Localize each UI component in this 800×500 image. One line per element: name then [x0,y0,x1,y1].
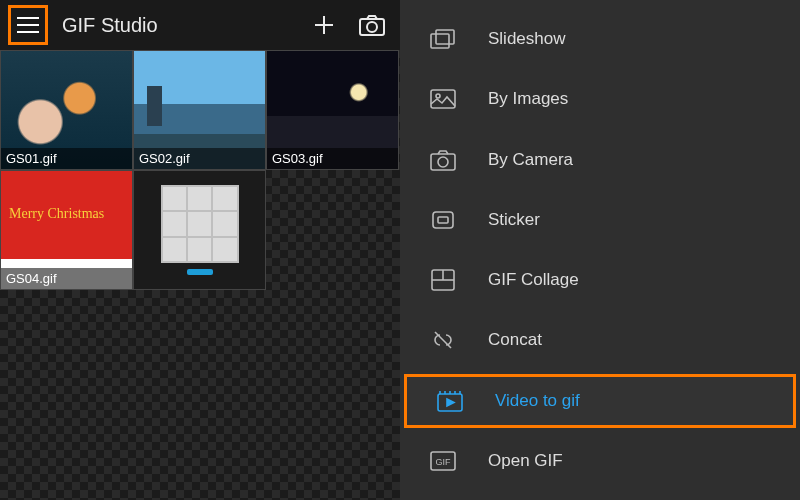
camera-button[interactable] [352,5,392,45]
menu-item-sticker[interactable]: Sticker [400,193,800,247]
menu-item-video-to-gif[interactable]: Video to gif [404,374,796,428]
thumbnail-grid: GS01.gif GS02.gif GS03.gif Merry Christm… [0,50,400,500]
thumbnail[interactable]: GS01.gif [0,50,133,170]
thumbnail[interactable]: Merry Christmas GS04.gif [0,170,133,290]
sticker-icon [430,207,456,233]
hamburger-icon [17,16,39,34]
menu-item-label: Slideshow [488,29,566,49]
menu-item-concat[interactable]: Concat [400,313,800,367]
add-button[interactable] [304,5,344,45]
menu-item-open-gif[interactable]: GIF Open GIF [400,434,800,488]
svg-rect-8 [436,30,454,44]
hamburger-menu-button[interactable] [8,5,48,45]
svg-marker-20 [447,399,454,406]
app-title: GIF Studio [56,14,296,37]
svg-point-12 [438,157,448,167]
slideshow-icon [430,26,456,52]
thumbnail-filename: GS04.gif [1,268,132,289]
video-icon [437,388,463,414]
menu-item-by-camera[interactable]: By Camera [400,133,800,187]
menu-item-label: Video to gif [495,391,580,411]
svg-point-10 [436,94,440,98]
menu-item-label: Sticker [488,210,540,230]
concat-icon [430,327,456,353]
svg-rect-13 [433,212,453,228]
menu-item-by-images[interactable]: By Images [400,72,800,126]
menu-item-label: Open GIF [488,451,563,471]
open-icon: GIF [430,448,456,474]
menu-item-label: By Images [488,89,568,109]
svg-rect-7 [431,34,449,48]
svg-rect-9 [431,90,455,108]
thumbnail-filename: GS01.gif [1,148,132,169]
thumbnail-filename: GS03.gif [267,148,398,169]
menu-item-gif-collage[interactable]: GIF Collage [400,253,800,307]
camera-icon [359,14,385,36]
create-menu: Slideshow By Images By Camera Sticker GI… [400,0,800,500]
menu-item-slideshow[interactable]: Slideshow [400,12,800,66]
collage-icon [430,267,456,293]
svg-point-6 [367,22,377,32]
menu-item-label: Concat [488,330,542,350]
gallery-panel: GIF Studio GS01.gif GS02.gif GS03.gif Me… [0,0,400,500]
thumbnail-filename: GS02.gif [134,148,265,169]
images-icon [430,86,456,112]
svg-line-18 [435,332,451,348]
camera-icon [430,147,456,173]
progress-bar [187,269,213,275]
svg-rect-14 [438,217,448,223]
thumbnail[interactable] [133,170,266,290]
svg-text:GIF: GIF [436,457,452,467]
plus-icon [312,13,336,37]
menu-item-label: By Camera [488,150,573,170]
thumbnail[interactable]: GS03.gif [266,50,399,170]
thumbnail[interactable]: GS02.gif [133,50,266,170]
top-bar: GIF Studio [0,0,400,50]
menu-item-label: GIF Collage [488,270,579,290]
thumbnail-overlay-text: Merry Christmas [9,206,124,222]
grid-preview-icon [161,185,239,263]
